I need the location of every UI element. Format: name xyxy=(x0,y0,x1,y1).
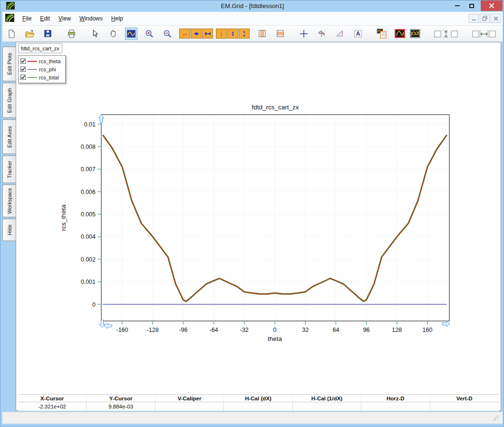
tracker-icon xyxy=(317,29,327,39)
expand-vertical-icon: ↕ xyxy=(220,30,223,37)
plot-properties-button[interactable] xyxy=(376,28,388,40)
sidebar-tab-edit-graph[interactable]: Edit Graph xyxy=(2,83,16,118)
vertical-gridlines-button[interactable] xyxy=(256,28,268,40)
minimize-button[interactable] xyxy=(451,0,464,11)
horz-d-value xyxy=(361,402,430,411)
h-cal-dx-value xyxy=(224,402,292,411)
shrink-vertical-icon: ▲▼ xyxy=(231,31,234,36)
menu-windows[interactable]: Windows xyxy=(75,12,107,25)
hand-icon xyxy=(109,29,118,38)
readout-header: Y-Cursor xyxy=(87,395,155,402)
menu-help[interactable]: Help xyxy=(107,12,127,25)
svg-text:-96: -96 xyxy=(179,327,187,333)
readout-header: X-Cursor xyxy=(18,395,87,402)
y-axis-label: rcs_theta xyxy=(60,204,67,231)
sidebar-tab-tracker[interactable]: Tracker xyxy=(2,155,16,183)
vertical-gridlines-icon xyxy=(258,29,267,38)
collapse-horizontal-icon: ▶◀ xyxy=(205,32,210,36)
zoom-out-button[interactable] xyxy=(161,28,174,40)
chart-svg[interactable]: fdtd_rcs_cart_zx -160-128-96-64-32032649… xyxy=(16,42,501,375)
axis-arrow-left-icon[interactable] xyxy=(104,323,112,329)
maximize-icon xyxy=(469,4,474,8)
svg-text:-160: -160 xyxy=(116,327,128,333)
readout-value-row: -2.321e+02 9.884e-03 xyxy=(18,402,499,411)
sidebar-tab-edit-axes[interactable]: Edit Axes xyxy=(2,119,16,154)
open-button[interactable] xyxy=(23,28,36,40)
resize-grip[interactable] xyxy=(497,419,498,420)
print-button[interactable] xyxy=(65,28,78,40)
select-button[interactable] xyxy=(89,28,101,40)
sidebar-tab-hide[interactable]: Hide xyxy=(2,219,16,241)
svg-text:-64: -64 xyxy=(210,327,218,333)
vertical-spacing-button[interactable] xyxy=(433,28,459,40)
caliper-button[interactable] xyxy=(334,28,346,40)
svg-text:160: 160 xyxy=(423,327,433,333)
plots-overlay-button[interactable] xyxy=(409,28,421,40)
save-button[interactable] xyxy=(41,28,54,40)
new-document-button[interactable] xyxy=(5,28,18,40)
text-annotation-button[interactable]: A xyxy=(352,28,364,40)
mdi-restore-button[interactable] xyxy=(480,14,490,23)
collapse-horizontal-button[interactable]: ▶◀ xyxy=(202,29,213,39)
expand-horizontal-button[interactable]: ↔ xyxy=(179,29,190,39)
svg-text:128: 128 xyxy=(392,327,402,333)
active-plot-button[interactable] xyxy=(394,28,406,40)
zoom-out-icon xyxy=(163,29,172,39)
mdi-minimize-icon xyxy=(472,16,476,21)
zoom-box-icon xyxy=(126,29,136,38)
pointer-icon xyxy=(91,29,99,38)
readout-header: H-Cal (dX) xyxy=(224,395,292,402)
minimize-icon xyxy=(455,5,460,6)
menu-file[interactable]: File xyxy=(18,12,36,25)
menu-edit[interactable]: Edit xyxy=(36,12,54,25)
collapse-vertical-button[interactable]: ▼▲ xyxy=(239,29,250,39)
mdi-close-button[interactable] xyxy=(491,14,501,23)
close-button[interactable] xyxy=(481,0,503,11)
crosshair-button[interactable] xyxy=(298,28,310,40)
readout-header: Vert-D xyxy=(430,395,499,402)
plot-border xyxy=(101,115,449,321)
sidebar-tab-edit-plots[interactable]: Edit Plots xyxy=(2,47,16,81)
svg-text:64: 64 xyxy=(332,327,339,333)
save-icon xyxy=(43,29,52,38)
plots-overlay-icon xyxy=(410,29,420,38)
maximize-button[interactable] xyxy=(465,0,478,11)
menu-view[interactable]: View xyxy=(54,12,75,25)
pan-button[interactable] xyxy=(107,28,119,40)
application-window: EM.Grid - [fdtdlesson1] File Edit View W… xyxy=(0,0,504,427)
sidebar-tab-workspace[interactable]: Workspace xyxy=(2,184,16,217)
readout-header: V-Caliper xyxy=(155,395,224,402)
new-document-icon xyxy=(7,29,16,39)
svg-text:-32: -32 xyxy=(240,327,249,333)
readout-header-row: X-Cursor Y-Cursor V-Caliper H-Cal (dX) H… xyxy=(18,395,499,402)
mdi-close-icon xyxy=(494,16,498,21)
svg-text:0.01: 0.01 xyxy=(84,121,96,128)
menu-bar: File Edit View Windows Help xyxy=(2,12,503,26)
svg-text:0: 0 xyxy=(273,327,277,333)
mdi-minimize-button[interactable] xyxy=(469,14,479,23)
svg-text:0.001: 0.001 xyxy=(81,279,96,285)
expand-vertical-button[interactable]: ↕ xyxy=(216,29,227,39)
collapse-vertical-icon: ▼▲ xyxy=(242,31,246,36)
mdi-restore-icon xyxy=(482,16,487,21)
horizontal-spacing-button[interactable] xyxy=(471,28,497,40)
tracker-button[interactable] xyxy=(316,28,328,40)
shrink-horizontal-button[interactable]: ◀▶ xyxy=(191,29,202,39)
vert-d-value xyxy=(430,402,499,411)
h-cal-1dx-value xyxy=(293,402,361,411)
shrink-horizontal-icon: ◀▶ xyxy=(194,32,198,36)
plot-workspace: fdtd_rcs_cart_zx rcs_theta rcs_phi xyxy=(16,42,501,411)
readout-header: H-Cal (1/dX) xyxy=(293,395,361,402)
axis-arrow-right-icon[interactable] xyxy=(442,321,450,327)
vertical-spacing-icon xyxy=(434,29,458,39)
readout-header: Horz-D xyxy=(361,395,430,402)
cursor-readout-table: X-Cursor Y-Cursor V-Caliper H-Cal (dX) H… xyxy=(18,394,499,411)
title-bar: EM.Grid - [fdtdlesson1] xyxy=(0,0,504,12)
plot-properties-icon xyxy=(377,29,387,39)
zoom-in-button[interactable] xyxy=(143,28,155,40)
horizontal-gridlines-button[interactable] xyxy=(274,28,286,40)
shrink-vertical-button[interactable]: ▲▼ xyxy=(227,29,238,39)
zoom-box-button[interactable] xyxy=(125,28,137,40)
mdi-window-controls xyxy=(469,14,501,23)
y-cursor-value: 9.884e-03 xyxy=(87,402,155,411)
